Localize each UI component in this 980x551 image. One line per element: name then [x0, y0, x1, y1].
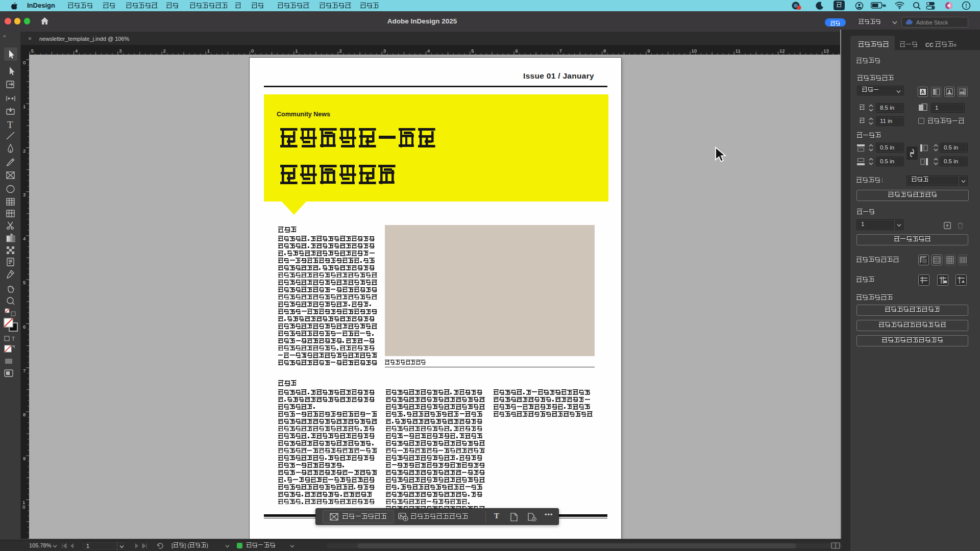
svg-text:0: 0	[22, 504, 25, 510]
svg-text:A: A	[921, 89, 924, 95]
svg-text:4: 4	[23, 236, 26, 241]
svg-text:7: 7	[23, 368, 26, 373]
svg-text:7: 7	[559, 48, 562, 54]
svg-text:9: 9	[23, 456, 26, 461]
svg-text:T: T	[12, 336, 15, 342]
svg-text:5: 5	[31, 48, 34, 54]
svg-text:1: 1	[207, 48, 210, 54]
svg-text:10: 10	[692, 48, 697, 54]
svg-text:0: 0	[23, 60, 26, 65]
svg-text:3: 3	[119, 48, 121, 54]
svg-text:4: 4	[75, 48, 78, 54]
svg-text:5: 5	[23, 280, 26, 285]
svg-text:4: 4	[427, 48, 430, 54]
svg-text:6: 6	[23, 324, 26, 330]
svg-text:6: 6	[516, 48, 518, 54]
svg-text:5: 5	[471, 48, 474, 54]
svg-text:T: T	[7, 119, 13, 130]
svg-text:11: 11	[736, 48, 741, 54]
svg-text:2: 2	[163, 48, 166, 54]
svg-text:3: 3	[383, 48, 386, 54]
svg-text:0: 0	[251, 48, 254, 54]
svg-text:12: 12	[779, 48, 785, 54]
svg-text:8: 8	[23, 412, 26, 417]
svg-text:13: 13	[823, 48, 829, 54]
svg-text:1: 1	[23, 104, 26, 109]
svg-text:3: 3	[23, 192, 26, 197]
svg-text:2: 2	[339, 48, 342, 54]
svg-text:1: 1	[295, 48, 298, 54]
svg-text:2: 2	[23, 148, 26, 154]
svg-text:8: 8	[603, 48, 606, 54]
svg-text:9: 9	[647, 48, 650, 54]
